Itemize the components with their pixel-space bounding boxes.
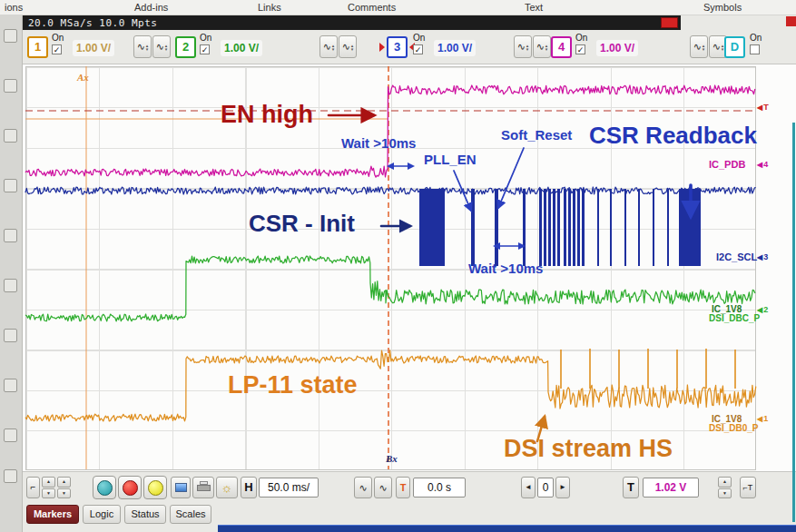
channel-2-position-marker[interactable]: ◀2	[757, 305, 768, 314]
menu-item-comments[interactable]: Comments	[348, 2, 396, 13]
annotation-en-high[interactable]: EN high	[221, 101, 313, 129]
channel-3-on-checkbox[interactable]: ✓	[413, 44, 423, 54]
menu-item-links[interactable]: Links	[258, 2, 281, 13]
dock-icon[interactable]	[4, 469, 17, 483]
trigger-delay-input[interactable]: 0.0 s	[413, 478, 466, 498]
annotation-pll-en[interactable]: PLL_EN	[424, 152, 477, 167]
channel-3-on-label: On	[413, 33, 435, 43]
tab-logic[interactable]: Logic	[83, 505, 121, 524]
waveform-tool-button-1[interactable]: ∿	[354, 477, 372, 498]
channel-4-button[interactable]: 4	[551, 36, 572, 58]
trigger-level-spinner[interactable]: ▲▼	[718, 477, 732, 498]
digital-on-checkbox[interactable]	[750, 44, 760, 54]
trigger-level-input[interactable]: 1.02 V	[643, 478, 699, 498]
channel-2-scale[interactable]: 1.00 V/	[221, 40, 262, 56]
menu-item-options[interactable]: ions	[5, 2, 23, 13]
trigger-level-marker[interactable]: ◀T	[757, 103, 769, 112]
tab-markers[interactable]: Markers	[26, 505, 79, 524]
channel-3-position-marker[interactable]: ◀3	[757, 252, 768, 261]
annotation-csr-readback[interactable]: CSR Readback	[589, 122, 757, 150]
channel-3-button[interactable]: 3	[387, 36, 408, 58]
channel-3-probe-button[interactable]: ∿▴▾	[533, 35, 551, 58]
spinner-up-icon[interactable]: ▲	[42, 477, 55, 488]
digital-on-label: On	[750, 33, 771, 43]
dock-icon[interactable]	[4, 429, 17, 442]
channel-2-coupling-button[interactable]: ∿▴▾	[319, 35, 338, 58]
run-button[interactable]	[93, 476, 116, 499]
spinner-up-icon[interactable]: ▲	[718, 477, 732, 488]
annotation-wait-bottom[interactable]: Wait >10ms	[468, 261, 543, 276]
trigger-position-indicator[interactable]: ⌐T	[740, 477, 756, 498]
marker-bx-label[interactable]: Bx	[386, 453, 398, 464]
marker-mode-button[interactable]: ⌐	[26, 477, 40, 498]
marker-a-spinner[interactable]: ▲▼	[42, 477, 55, 498]
display-brightness-button[interactable]: ☼	[216, 477, 238, 498]
marker-ax-label[interactable]: Ax	[77, 72, 89, 83]
channel-3-scale[interactable]: 1.00 V/	[434, 40, 476, 56]
printer-icon	[197, 485, 211, 491]
channel-1-on-checkbox[interactable]: ✓	[52, 44, 62, 54]
channel-2-marker-label: 2	[763, 305, 768, 314]
channel-1-marker-label: 1	[763, 414, 768, 423]
channel-2-probe-button[interactable]: ∿▴▾	[339, 35, 357, 58]
spinner-down-icon[interactable]: ▼	[57, 488, 71, 499]
nav-next-button[interactable]: ►	[555, 477, 570, 498]
dock-icon[interactable]	[4, 229, 17, 242]
dock-icon[interactable]	[4, 29, 17, 43]
annotation-lp11-state[interactable]: LP-11 state	[228, 371, 358, 399]
digital-channels-button[interactable]: D	[724, 36, 745, 58]
spinner-down-icon[interactable]: ▼	[718, 488, 732, 499]
channel-4-scale[interactable]: 1.00 V/	[596, 40, 638, 56]
annotation-csr-init[interactable]: CSR - Init	[249, 210, 355, 238]
annotation-wait-top[interactable]: Wait >10ms	[341, 135, 416, 151]
channel-4-on-label: On	[575, 33, 597, 43]
channel-4-position-marker[interactable]: ◀4	[757, 160, 768, 169]
channel-1-coupling-button[interactable]: ∿▴▾	[133, 35, 152, 58]
single-button[interactable]	[143, 476, 167, 499]
spinner-up-icon[interactable]: ▲	[57, 477, 71, 488]
dock-icon[interactable]	[4, 329, 17, 342]
channel-2-button[interactable]: 2	[175, 36, 196, 58]
spinner-down-icon[interactable]: ▼	[42, 488, 55, 499]
nav-index-input[interactable]: 0	[537, 478, 554, 498]
waveform-display-area[interactable]: EN high Wait >10ms PLL_EN Soft_Reset CSR…	[23, 64, 796, 471]
stop-button[interactable]	[118, 476, 142, 499]
annotation-dsi-stream-hs[interactable]: DSI stream HS	[504, 435, 673, 463]
print-button[interactable]	[192, 477, 214, 498]
channel-4-on-checkbox[interactable]: ✓	[575, 44, 585, 54]
annotation-soft-reset[interactable]: Soft_Reset	[501, 127, 572, 143]
menu-item-text[interactable]: Text	[525, 2, 543, 13]
channel-3-coupling-button[interactable]: ∿▴▾	[514, 35, 532, 58]
screenshot-button[interactable]	[171, 477, 191, 498]
nav-prev-button[interactable]: ◄	[521, 477, 536, 498]
dock-icon[interactable]	[4, 79, 17, 93]
channel-1-button[interactable]: 1	[27, 36, 48, 58]
channel-4-coupling-button[interactable]: ∿▴▾	[690, 35, 708, 58]
channel-1-position-marker[interactable]: ◀1	[757, 414, 768, 423]
waveform-icon: ∿	[323, 42, 331, 52]
channel-3-on-group: On ✓	[413, 33, 435, 54]
marker-b-spinner[interactable]: ▲▼	[57, 477, 71, 498]
channel-1-scale[interactable]: 1.00 V/	[73, 40, 114, 56]
trigger-menu-button[interactable]: T	[623, 477, 639, 498]
marker-arrow-icon: ◀	[757, 306, 762, 314]
channel-1-probe-button[interactable]: ∿▴▾	[152, 35, 171, 58]
trigger-delay-marker[interactable]: T	[396, 477, 410, 498]
channel-1-on-group: On ✓	[52, 33, 74, 54]
dock-icon[interactable]	[4, 279, 17, 292]
dock-icon[interactable]	[4, 379, 17, 392]
channel-controls-bar: 1 On ✓ 1.00 V/ ∿▴▾ ∿▴▾ 2 On ✓ 1.00 V/ ∿▴…	[23, 30, 796, 64]
spinner-arrows-icon: ▴▾	[545, 44, 548, 51]
horizontal-menu-button[interactable]: H	[241, 477, 257, 498]
waveform-tool-button-2[interactable]: ∿	[374, 477, 392, 498]
menu-item-symbols[interactable]: Symbols	[703, 2, 742, 13]
record-indicator-button[interactable]	[661, 17, 678, 28]
menu-item-add-ins[interactable]: Add-ins	[134, 2, 168, 13]
tab-scales[interactable]: Scales	[170, 505, 211, 524]
channel-2-on-checkbox[interactable]: ✓	[200, 44, 210, 54]
dock-icon[interactable]	[4, 179, 17, 192]
dock-icon[interactable]	[4, 129, 17, 143]
tab-status[interactable]: Status	[124, 505, 166, 524]
timebase-input[interactable]: 50.0 ms/	[259, 478, 319, 498]
waveform-icon: ∿	[693, 42, 702, 52]
